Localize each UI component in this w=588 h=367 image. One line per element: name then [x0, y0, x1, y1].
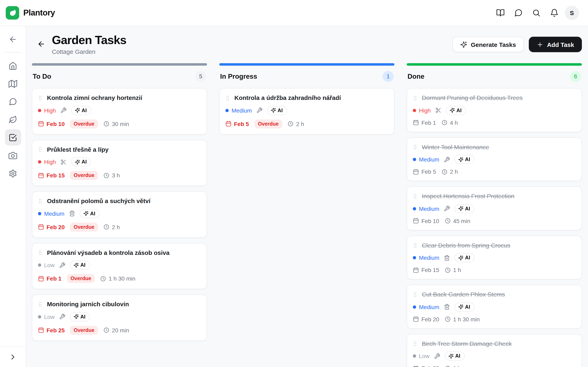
sidebar-back-button[interactable] — [5, 31, 21, 47]
overdue-badge: Overdue — [70, 171, 98, 180]
sidebar-item-settings[interactable] — [5, 165, 21, 182]
generate-tasks-button[interactable]: Generate Tasks — [452, 37, 524, 52]
duration: 2 h — [441, 169, 458, 175]
due-date: Feb 20 — [413, 316, 439, 323]
duration: 1 h 30 min — [444, 316, 480, 323]
sidebar-collapse-button[interactable] — [5, 349, 21, 365]
due-date: Feb 15 — [413, 267, 439, 273]
topbar-search-button[interactable] — [528, 5, 544, 21]
task-title: Odstranění polomů a suchých větví — [47, 197, 150, 205]
task-card[interactable]: Kontrola a údržba zahradního nářadí Medi… — [219, 88, 394, 134]
task-card[interactable]: Winter Tool Maintenance Medium AI Feb 5 — [407, 137, 582, 181]
drag-handle-icon[interactable] — [225, 95, 231, 101]
clock-icon — [441, 169, 448, 175]
sidebar-item-map[interactable] — [5, 75, 21, 92]
drag-handle-icon[interactable] — [412, 193, 418, 199]
topbar: Plantory S — [0, 0, 588, 26]
task-card[interactable]: Průklest třešně a lípy High AI Feb 15 — [32, 140, 207, 186]
task-card[interactable]: Odstranění polomů a suchých větví Medium… — [32, 192, 207, 238]
task-card[interactable]: Inspect Hortensia Frost Protection Mediu… — [407, 187, 582, 230]
wrench-icon — [256, 108, 263, 114]
page-back-button[interactable] — [36, 39, 46, 49]
task-title: Clear Debris from Spring Crocus — [422, 242, 510, 249]
sidebar-item-tasks[interactable] — [5, 129, 21, 146]
drag-handle-icon[interactable] — [412, 341, 418, 347]
calendar-icon — [38, 276, 44, 282]
calendar-icon — [225, 121, 232, 127]
calendar-icon — [413, 120, 419, 126]
drag-handle-icon[interactable] — [37, 250, 43, 256]
task-card[interactable]: Cut Back Garden Phlox Stems Medium AI Fe… — [407, 285, 582, 329]
generate-tasks-label: Generate Tasks — [471, 41, 516, 48]
ai-badge: AI — [70, 312, 90, 321]
task-card[interactable]: Dormant Pruning of Deciduous Trees High … — [407, 88, 582, 132]
drag-handle-icon[interactable] — [412, 95, 418, 101]
scissors-icon — [435, 108, 441, 114]
drag-handle-icon[interactable] — [37, 198, 43, 204]
calendar-icon — [413, 316, 419, 322]
task-title: Dormant Pruning of Deciduous Trees — [422, 94, 523, 102]
topbar-bell-button[interactable] — [546, 5, 562, 21]
overdue-badge: Overdue — [67, 274, 95, 283]
scissors-icon — [61, 159, 67, 165]
calendar-icon — [413, 169, 419, 175]
priority-label: Medium — [413, 206, 439, 212]
leaf-icon — [8, 9, 17, 17]
drag-handle-icon[interactable] — [412, 242, 418, 248]
calendar-icon — [413, 218, 419, 224]
wrench-icon — [61, 108, 67, 114]
drag-handle-icon[interactable] — [412, 291, 418, 298]
priority-label: High — [38, 159, 56, 165]
camera-icon — [9, 151, 17, 160]
duration: 2 h — [103, 224, 120, 230]
topbar-book-open-button[interactable] — [492, 5, 508, 21]
ai-badge: AI — [446, 106, 466, 115]
due-date: Feb 15 — [38, 172, 65, 179]
app-window: Plantory S — [0, 0, 588, 367]
calendar-icon — [413, 365, 419, 367]
due-date: Feb 25 — [413, 365, 439, 367]
sidebar-item-home[interactable] — [5, 58, 21, 74]
chat-icon — [9, 97, 17, 106]
priority-label: High — [413, 107, 431, 114]
app-logo[interactable] — [6, 6, 19, 20]
calendar-icon — [38, 327, 44, 333]
column-accent-bar — [407, 63, 582, 66]
sidebar-item-leaf[interactable] — [5, 111, 21, 128]
due-date: Feb 1 — [413, 119, 436, 126]
task-card[interactable]: Birch Tree Storm Damage Check Low AI Feb… — [407, 334, 582, 367]
drag-handle-icon[interactable] — [37, 146, 43, 152]
ai-badge: AI — [71, 158, 91, 167]
user-avatar[interactable]: S — [565, 6, 579, 20]
drag-handle-icon[interactable] — [412, 144, 418, 150]
wrench-icon — [444, 206, 450, 212]
sidebar-item-chat[interactable] — [5, 93, 21, 110]
drag-handle-icon[interactable] — [37, 95, 43, 101]
wrench-icon — [59, 262, 65, 268]
sidebar-item-camera[interactable] — [5, 147, 21, 164]
priority-label: Low — [38, 262, 54, 268]
kanban-board: To Do 5 Kontrola zimní ochrany hortenzií… — [26, 55, 588, 367]
task-title: Birch Tree Storm Damage Check — [422, 340, 512, 348]
task-card[interactable]: Kontrola zimní ochrany hortenzií High AI… — [32, 88, 207, 134]
avatar-initial: S — [570, 9, 574, 16]
task-card[interactable]: Plánování výsadeb a kontrola zásob osiva… — [32, 243, 207, 289]
priority-label: Low — [38, 314, 54, 320]
drag-handle-icon[interactable] — [37, 301, 43, 307]
clock-icon — [103, 173, 109, 179]
column-inprogress: In Progress 1 Kontrola a údržba zahradní… — [219, 63, 394, 134]
add-task-button[interactable]: Add Task — [528, 37, 582, 52]
ai-badge: AI — [454, 155, 475, 164]
trash-icon — [69, 211, 75, 217]
due-date: Feb 20 — [38, 224, 65, 230]
ai-badge: AI — [454, 204, 475, 213]
task-card[interactable]: Clear Debris from Spring Crocus Medium A… — [407, 236, 582, 280]
task-card[interactable]: Monitoring jarních cibulovin Low AI Feb … — [32, 295, 207, 341]
duration: 1 h — [444, 365, 461, 367]
task-title: Kontrola a údržba zahradního nářadí — [234, 94, 341, 102]
topbar-chat-button[interactable] — [510, 5, 526, 21]
ai-badge: AI — [454, 303, 475, 312]
clock-icon — [441, 120, 448, 126]
clock-icon — [288, 121, 294, 127]
tasks-icon — [9, 133, 17, 142]
